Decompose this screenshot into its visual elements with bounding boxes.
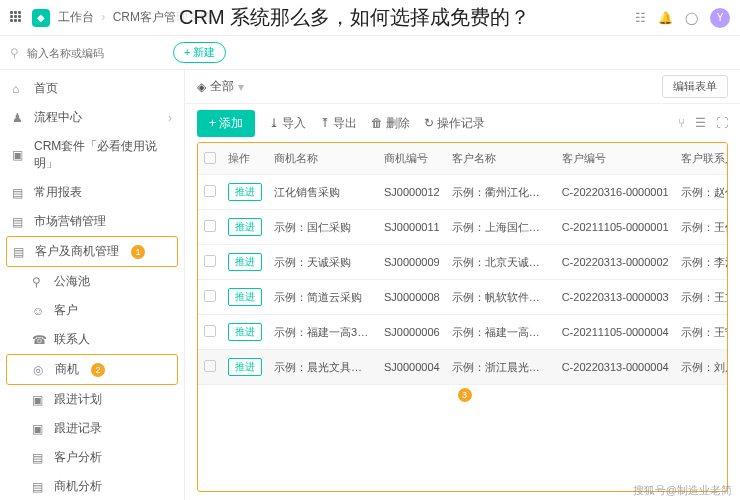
cell-contact: 示例：赵仁民	[675, 175, 728, 210]
cell-customer-code: C-20220316-0000001	[556, 175, 675, 210]
nav-icon: ▣	[32, 393, 46, 407]
push-button[interactable]: 推进	[228, 253, 262, 271]
cell-contact: 示例：刘晨	[675, 350, 728, 385]
sidebar-item[interactable]: ▣跟进记录	[0, 414, 184, 443]
sidebar-item-label: 跟进记录	[54, 420, 102, 437]
logo-icon: ◆	[32, 9, 50, 27]
scope-label: 全部	[210, 78, 234, 95]
push-button[interactable]: 推进	[228, 183, 262, 201]
column-header[interactable]: 客户联系人	[675, 143, 728, 175]
watermark: 搜狐号@制造业老简	[633, 483, 732, 498]
search-icon: ⚲	[10, 46, 19, 60]
cell-name: 示例：天诚采购	[268, 245, 378, 280]
cell-customer: 示例：衢州江化集团	[446, 175, 556, 210]
sidebar-item-label: 商机	[55, 361, 79, 378]
select-all-checkbox[interactable]	[204, 152, 216, 164]
nav-icon: ▣	[32, 422, 46, 436]
push-button[interactable]: 推进	[228, 323, 262, 341]
nav-icon: ▣	[12, 148, 26, 162]
row-checkbox[interactable]	[204, 220, 216, 232]
column-header[interactable]	[198, 143, 222, 175]
column-header[interactable]: 客户编号	[556, 143, 675, 175]
column-header[interactable]: 商机编号	[378, 143, 446, 175]
search-input[interactable]	[27, 47, 165, 59]
cell-customer-code: C-20220313-0000003	[556, 280, 675, 315]
cell-customer: 示例：帆软软件有限公司	[446, 280, 556, 315]
new-button[interactable]: + 新建	[173, 42, 226, 63]
row-checkbox[interactable]	[204, 255, 216, 267]
help-icon[interactable]: ◯	[685, 11, 698, 25]
cell-code: SJ0000008	[378, 280, 446, 315]
nav-icon: ◎	[33, 363, 47, 377]
sidebar-item[interactable]: ☺客户	[0, 296, 184, 325]
scope-selector[interactable]: ◈ 全部 ▾	[197, 78, 244, 95]
annotation-badge: 1	[131, 245, 145, 259]
table-row[interactable]: 推进示例：晨光文具设备...SJ0000004示例：浙江晨光文具...C-202…	[198, 350, 728, 385]
columns-icon[interactable]: ☰	[695, 116, 706, 130]
scope-icon: ◈	[197, 80, 206, 94]
cell-contact: 示例：李清海	[675, 245, 728, 280]
page-title: CRM 系统那么多，如何选择成免费的？	[175, 4, 534, 31]
cell-code: SJ0000006	[378, 315, 446, 350]
row-checkbox[interactable]	[204, 360, 216, 372]
column-header[interactable]: 客户名称	[446, 143, 556, 175]
table-row[interactable]: 推进示例：福建一高3月订单SJ0000006示例：福建一高集团C-2021110…	[198, 315, 728, 350]
table-row[interactable]: 推进示例：简道云采购SJ0000008示例：帆软软件有限公司C-20220313…	[198, 280, 728, 315]
cell-name: 示例：晨光文具设备...	[268, 350, 378, 385]
push-button[interactable]: 推进	[228, 288, 262, 306]
push-button[interactable]: 推进	[228, 218, 262, 236]
cell-code: SJ0000011	[378, 210, 446, 245]
annotation-badge: 2	[91, 363, 105, 377]
sidebar-item[interactable]: ♟流程中心›	[0, 103, 184, 132]
sidebar-item[interactable]: ◎商机2	[6, 354, 178, 385]
sidebar-item[interactable]: ▤客户分析	[0, 443, 184, 472]
bell-icon[interactable]: 🔔	[658, 11, 673, 25]
sidebar-item-label: 公海池	[54, 273, 90, 290]
annotation-badge-3: 3	[458, 388, 472, 402]
cell-customer: 示例：上海国仁有限...	[446, 210, 556, 245]
push-button[interactable]: 推进	[228, 358, 262, 376]
cell-customer-code: C-20211105-0000004	[556, 315, 675, 350]
sidebar-item[interactable]: ▤市场营销管理	[0, 207, 184, 236]
cell-customer-code: C-20220313-0000002	[556, 245, 675, 280]
table-row[interactable]: 推进示例：国仁采购SJ0000011示例：上海国仁有限...C-20211105…	[198, 210, 728, 245]
sidebar-item[interactable]: ▤常用报表	[0, 178, 184, 207]
add-button[interactable]: + 添加	[197, 110, 255, 137]
sidebar-item[interactable]: ▣CRM套件「必看使用说明」	[0, 132, 184, 178]
sidebar-item[interactable]: ▤客户及商机管理1	[6, 236, 178, 267]
delete-button[interactable]: 🗑删除	[371, 115, 410, 132]
sidebar-item-label: 客户及商机管理	[35, 243, 119, 260]
nav-icon: ▤	[32, 451, 46, 465]
cell-name: 示例：福建一高3月订单	[268, 315, 378, 350]
breadcrumb-item[interactable]: 工作台	[58, 10, 94, 24]
cell-contact: 示例：王宁	[675, 315, 728, 350]
nav-icon: ▤	[32, 480, 46, 494]
row-checkbox[interactable]	[204, 185, 216, 197]
row-checkbox[interactable]	[204, 290, 216, 302]
table-row[interactable]: 推进江化销售采购SJ0000012示例：衢州江化集团C-20220316-000…	[198, 175, 728, 210]
sidebar-item[interactable]: ⌂首页	[0, 74, 184, 103]
table-row[interactable]: 推进示例：天诚采购SJ0000009示例：北京天诚软件...C-20220313…	[198, 245, 728, 280]
column-header[interactable]: 操作	[222, 143, 268, 175]
sidebar-item-label: 首页	[34, 80, 58, 97]
sidebar-item[interactable]: ⚲公海池	[0, 267, 184, 296]
nav-icon: ▤	[13, 245, 27, 259]
avatar[interactable]: Y	[710, 8, 730, 28]
column-header[interactable]: 商机名称	[268, 143, 378, 175]
edit-form-button[interactable]: 编辑表单	[662, 75, 728, 98]
log-button[interactable]: ↻操作记录	[424, 115, 485, 132]
apps-icon[interactable]	[10, 11, 24, 25]
sidebar-item[interactable]: ▤商机分析	[0, 472, 184, 500]
cell-customer: 示例：北京天诚软件...	[446, 245, 556, 280]
row-checkbox[interactable]	[204, 325, 216, 337]
cell-customer-code: C-20211105-0000001	[556, 210, 675, 245]
expand-icon[interactable]: ⛶	[716, 116, 728, 130]
notification-icon[interactable]: ☷	[635, 11, 646, 25]
sidebar-item[interactable]: ▣跟进计划	[0, 385, 184, 414]
sidebar-item-label: 流程中心	[34, 109, 82, 126]
export-button[interactable]: ⤒导出	[320, 115, 357, 132]
import-button[interactable]: ⤓导入	[269, 115, 306, 132]
nav-icon: ▤	[12, 215, 26, 229]
sidebar-item[interactable]: ☎联系人	[0, 325, 184, 354]
filter-icon[interactable]: ⑂	[678, 116, 685, 130]
